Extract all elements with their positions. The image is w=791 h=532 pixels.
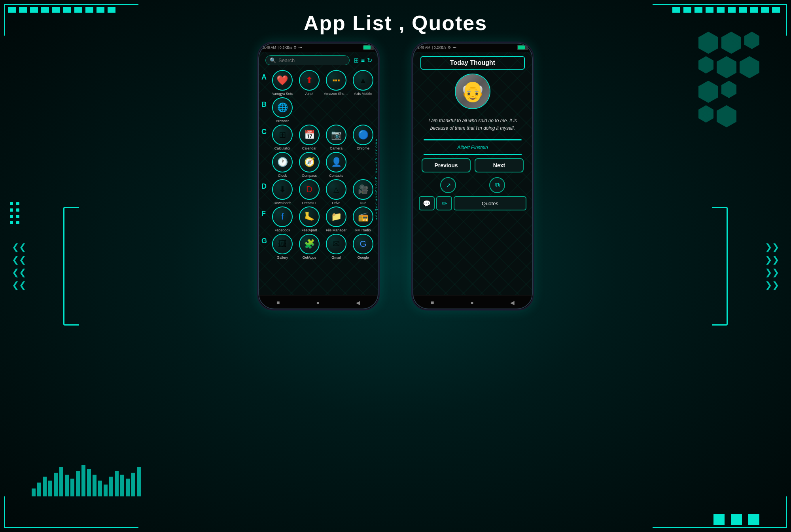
app-section-f: F f Facebook 🦶 FeetApart 📁 File Manage <box>261 206 375 232</box>
search-bar[interactable]: 🔍 <box>265 55 350 65</box>
app-label-camera: Camera <box>330 146 343 150</box>
app-icon-google: G <box>353 234 373 254</box>
app-item-downloads[interactable]: ⬇ Downloads <box>270 179 295 205</box>
status-bar-right: 9:48 AM | 0.2KB/s ⚙ ••• <box>413 43 533 52</box>
app-item-facebook[interactable]: f Facebook <box>270 206 295 232</box>
quote-header-text: Today Thought <box>450 59 495 66</box>
quote-bubble-icon: 💬 <box>423 200 431 207</box>
bar-chart <box>32 449 141 496</box>
app-label-calculator: Calculator <box>274 146 291 150</box>
left-phone: 9:48 AM | 0.2KB/s ⚙ ••• 🔍 ⊞ ≡ <box>257 42 380 310</box>
app-icon-amazon: ▪▪▪ <box>326 70 346 91</box>
section-letter-c2: C <box>261 155 270 163</box>
app-item-calculator[interactable]: ⊞ Calculator <box>270 125 295 150</box>
app-icon-gmail: ✉ <box>326 234 346 254</box>
app-item-gallery[interactable]: 🖼 Gallery <box>270 234 295 259</box>
search-input[interactable] <box>278 57 345 63</box>
app-item-contacts[interactable]: 👤 Contacts <box>324 152 348 178</box>
share-row: ↗ ⧉ <box>416 176 530 195</box>
app-item-browser[interactable]: 🌐 Browser <box>270 97 295 123</box>
refresh-icon[interactable]: ↻ <box>367 57 372 64</box>
chevrons-left: ❮❮ ❮❮ ❮❮ ❮❮ <box>12 242 26 290</box>
app-item-duo[interactable]: 🎥 Duo <box>351 179 375 205</box>
copy-button[interactable]: ⧉ <box>489 177 505 193</box>
nav-circle[interactable]: ● <box>316 299 319 306</box>
hud-bracket-left <box>63 207 79 326</box>
app-item-clock[interactable]: 🕐 Clock <box>270 152 295 178</box>
app-item-camera[interactable]: 📷 Camera <box>324 125 348 150</box>
nav-square-r[interactable]: ■ <box>431 299 434 306</box>
app-item-aarogya[interactable]: ❤️ Aarogya Setu <box>270 70 295 96</box>
right-phone: 9:48 AM | 0.2KB/s ⚙ ••• Today Thought <box>411 42 534 310</box>
app-icon-camera: 📷 <box>326 125 346 145</box>
nav-square[interactable]: ■ <box>276 299 280 306</box>
app-label-compass: Compass <box>302 174 317 178</box>
app-item-compass[interactable]: 🧭 Compass <box>297 152 322 178</box>
section-letter-c: C <box>261 128 270 136</box>
app-section-c: C ⊞ Calculator 📅 Calendar 📷 Camera <box>261 125 375 150</box>
quote-bottom-tabs: 💬 ✏ Quotes <box>419 196 526 210</box>
app-label-fmradio: FM Radio <box>355 228 371 232</box>
app-icon-axis: ▲ <box>353 70 373 91</box>
app-item-fmradio[interactable]: 📻 FM Radio <box>351 206 375 232</box>
app-section-c2: C 🕐 Clock 🧭 Compass 👤 Contacts <box>261 152 375 178</box>
app-item-drive[interactable]: △ Drive <box>324 179 348 205</box>
app-label-downloads: Downloads <box>274 201 291 205</box>
app-icon-clock: 🕐 <box>272 152 293 172</box>
app-item-dream11[interactable]: D Dream11 <box>297 179 322 205</box>
app-label-filemanager: File Manager <box>326 228 347 232</box>
quotes-tab-icon1[interactable]: 💬 <box>419 196 435 210</box>
app-label-aarogya: Aarogya Setu <box>272 92 293 96</box>
share-button[interactable]: ↗ <box>440 177 456 193</box>
app-section-d: D ⬇ Downloads D Dream11 △ Drive <box>261 179 375 205</box>
next-button[interactable]: Next <box>475 158 524 172</box>
app-label-calendar: Calendar <box>302 146 317 150</box>
app-item-calendar[interactable]: 📅 Calendar <box>297 125 322 150</box>
left-phone-content: 🔍 ⊞ ≡ ↻ A ❤️ Aarogya <box>258 52 378 295</box>
app-item-chrome[interactable]: 🔵 Chrome <box>351 125 375 150</box>
app-icon-duo: 🎥 <box>353 179 373 200</box>
quotes-tab-label[interactable]: Quotes <box>454 196 526 210</box>
nav-triangle-r[interactable]: ◀ <box>510 299 515 306</box>
app-label-google: Google <box>357 256 369 259</box>
app-item-amazon[interactable]: ▪▪▪ Amazon Shop... <box>324 70 348 96</box>
nav-triangle[interactable]: ◀ <box>356 299 360 306</box>
app-section-b: B 🌐 Browser <box>261 97 375 123</box>
app-icon-downloads: ⬇ <box>272 179 293 200</box>
quote-author: Albert Einstein <box>457 145 488 150</box>
app-section-a: A ❤️ Aarogya Setu ⬆ Airtel ▪▪▪ Amazon Sh <box>261 70 375 96</box>
app-item-google[interactable]: G Google <box>351 234 375 259</box>
app-item-axis[interactable]: ▲ Axis Mobile <box>351 70 375 96</box>
section-letter-a: A <box>261 73 270 81</box>
app-section-g: G 🖼 Gallery 🧩 GetApps ✉ Gmail <box>261 234 375 259</box>
app-item-feetapart[interactable]: 🦶 FeetApart <box>297 206 322 232</box>
app-icon-chrome: 🔵 <box>353 125 373 145</box>
app-label-axis: Axis Mobile <box>354 92 372 96</box>
search-icon: 🔍 <box>270 57 276 63</box>
app-label-getapps: GetApps <box>302 256 316 259</box>
app-item-airtel[interactable]: ⬆ Airtel <box>297 70 322 96</box>
left-phone-nav: ■ ● ◀ <box>258 295 378 309</box>
app-icon-calculator: ⊞ <box>272 125 293 145</box>
quote-image-area <box>455 74 490 109</box>
app-label-browser: Browser <box>276 119 289 123</box>
grid-icon[interactable]: ⊞ <box>354 57 359 64</box>
app-label-gmail: Gmail <box>331 256 341 259</box>
app-icon-calendar: 📅 <box>299 125 320 145</box>
copy-icon: ⧉ <box>495 182 500 189</box>
quotes-tab-icon2[interactable]: ✏ <box>436 196 452 210</box>
app-label-drive: Drive <box>332 201 340 205</box>
quote-nav-buttons: Previous Next <box>422 158 524 172</box>
nav-circle-r[interactable]: ● <box>470 299 473 306</box>
app-item-filemanager[interactable]: 📁 File Manager <box>324 206 348 232</box>
app-icon-filemanager: 📁 <box>326 206 346 227</box>
previous-button[interactable]: Previous <box>422 158 471 172</box>
app-label-feetapart: FeetApart <box>301 228 317 232</box>
app-label-dream11: Dream11 <box>302 201 316 205</box>
app-item-getapps[interactable]: 🧩 GetApps <box>297 234 322 259</box>
app-item-gmail[interactable]: ✉ Gmail <box>324 234 348 259</box>
list-icon[interactable]: ≡ <box>361 57 365 64</box>
app-icon-facebook: f <box>272 206 293 227</box>
app-icon-dream11: D <box>299 179 320 200</box>
alphabet-index[interactable]: AB CD EF GH IJ KL MN OP QR ST UV WX YZ <box>375 139 378 221</box>
